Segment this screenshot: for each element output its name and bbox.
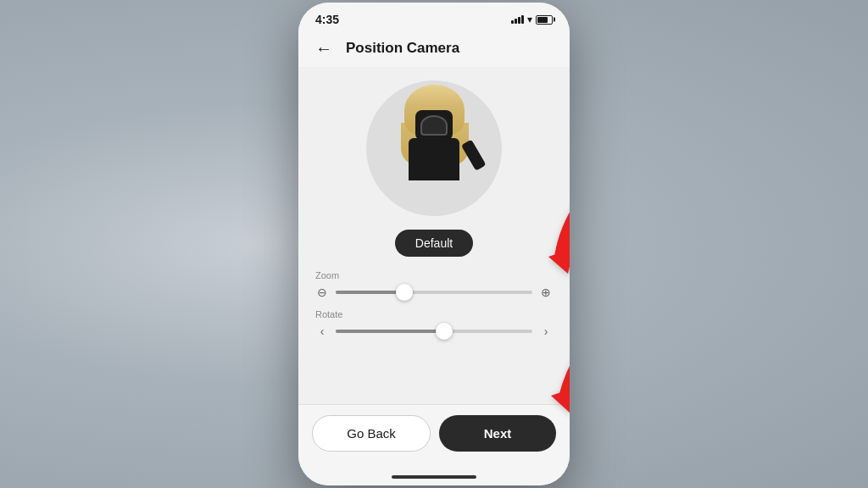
home-indicator — [298, 469, 570, 485]
zoom-out-icon: ⊖ — [315, 286, 329, 299]
status-bar: 4:35 ▾ — [298, 3, 570, 30]
zoom-fill — [336, 291, 404, 294]
back-button[interactable]: ← — [312, 36, 336, 60]
signal-icon — [511, 15, 524, 24]
arrow-2 — [536, 287, 570, 418]
default-button[interactable]: Default — [395, 230, 473, 257]
phone-frame: 4:35 ▾ ← Position Camera — [298, 3, 570, 485]
zoom-track[interactable] — [336, 291, 532, 294]
status-icons: ▾ — [511, 14, 553, 25]
rotate-fill — [336, 330, 444, 333]
main-content: Default Zoom ⊖ ⊕ Rotate ‹ — [298, 67, 570, 404]
zoom-slider-row: ⊖ ⊕ — [315, 286, 553, 299]
bottom-bar: Go Back Next — [298, 404, 570, 469]
status-time: 4:35 — [315, 13, 339, 26]
rotate-track[interactable] — [336, 330, 532, 333]
rotate-thumb[interactable] — [436, 323, 453, 340]
rotate-slider-group: Rotate ‹ › — [315, 309, 553, 338]
go-back-button[interactable]: Go Back — [312, 415, 431, 452]
arrow-1 — [536, 155, 570, 277]
avatar-figure — [379, 85, 489, 212]
sliders-section: Zoom ⊖ ⊕ Rotate ‹ — [298, 257, 570, 348]
header: ← Position Camera — [298, 30, 570, 67]
zoom-thumb[interactable] — [396, 284, 413, 301]
wifi-icon: ▾ — [527, 14, 532, 25]
avatar-head — [411, 93, 458, 140]
battery-icon — [536, 15, 553, 25]
zoom-label: Zoom — [315, 270, 553, 280]
rotate-prev-icon: ‹ — [315, 324, 329, 338]
avatar-mask — [415, 110, 453, 141]
rotate-slider-row: ‹ › — [315, 324, 553, 338]
avatar-body — [409, 138, 459, 180]
home-bar — [392, 475, 476, 479]
zoom-slider-group: Zoom ⊖ ⊕ — [315, 270, 553, 299]
rotate-label: Rotate — [315, 309, 553, 319]
next-button[interactable]: Next — [439, 415, 556, 452]
avatar-preview — [366, 80, 502, 216]
page-title: Position Camera — [346, 40, 556, 57]
